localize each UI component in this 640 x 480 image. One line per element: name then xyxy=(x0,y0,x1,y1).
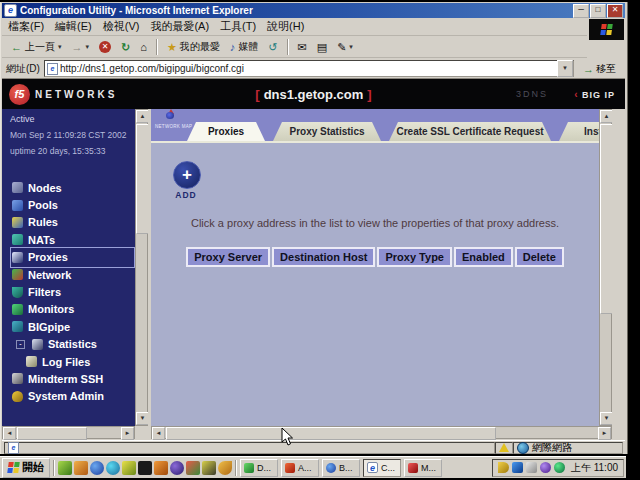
back-label: 上一頁 xyxy=(25,40,55,54)
pools-icon xyxy=(12,200,23,211)
minimize-button[interactable]: ─ xyxy=(573,4,589,18)
refresh-icon: ↻ xyxy=(121,41,130,53)
favorites-button[interactable]: ★ 我的最愛 xyxy=(164,39,223,55)
sidebar-item-statistics[interactable]: -Statistics xyxy=(12,336,133,353)
quicklaunch-icon[interactable] xyxy=(74,461,88,475)
forward-button[interactable]: → ▾ xyxy=(69,40,93,54)
back-button[interactable]: ← 上一頁 ▾ xyxy=(8,39,65,55)
tab-proxies[interactable]: Proxies xyxy=(187,122,265,141)
go-button[interactable]: → 移至 xyxy=(578,61,621,77)
mail-icon: ✉ xyxy=(298,41,307,53)
windows-flag-icon xyxy=(7,462,20,473)
quicklaunch-icon[interactable] xyxy=(154,461,168,475)
scroll-left-icon[interactable]: ◄ xyxy=(152,427,165,440)
menu-view[interactable]: 檢視(V) xyxy=(103,19,140,34)
tray-app-icon[interactable] xyxy=(554,462,565,473)
taskbar-window-button[interactable]: M... xyxy=(404,459,442,477)
menu-file[interactable]: 檔案(F) xyxy=(8,19,44,34)
edit-caret-icon[interactable]: ▾ xyxy=(349,43,353,51)
statistics-icon xyxy=(32,339,43,350)
favorites-icon: ★ xyxy=(167,41,177,53)
quick-launch xyxy=(58,461,232,475)
forward-caret-icon[interactable]: ▾ xyxy=(86,43,90,51)
history-button[interactable]: ↺ xyxy=(265,40,280,54)
start-button[interactable]: 開始 xyxy=(2,458,50,478)
tab-install-ssl-certificate[interactable]: Install SSL Certif xyxy=(559,122,599,141)
mail-button[interactable]: ✉ xyxy=(295,40,310,54)
home-button[interactable]: ⌂ xyxy=(137,40,150,54)
input-method-icon[interactable] xyxy=(512,462,523,473)
edit-button[interactable]: ✎ ▾ xyxy=(334,40,356,54)
taskbar-window-button[interactable]: A... xyxy=(281,459,319,477)
sidebar-item-nats[interactable]: NATs xyxy=(12,231,133,248)
main-horizontal-scrollbar[interactable]: ◄ ► xyxy=(151,426,612,439)
back-caret-icon[interactable]: ▾ xyxy=(58,43,62,51)
scroll-right-icon[interactable]: ► xyxy=(121,427,134,440)
quicklaunch-icon[interactable] xyxy=(202,461,216,475)
print-button[interactable]: ▤ xyxy=(314,40,330,54)
column-proxy-server[interactable]: Proxy Server xyxy=(186,247,270,267)
sidebar-item-network[interactable]: Network xyxy=(12,266,133,283)
tray-app-icon[interactable] xyxy=(540,462,551,473)
sidebar-item-bigpipe[interactable]: BIGpipe xyxy=(12,318,133,335)
stop-button[interactable]: ✕ xyxy=(96,40,114,54)
media-button[interactable]: ♪ 媒體 xyxy=(227,39,262,55)
sidebar-item-nodes[interactable]: Nodes xyxy=(12,179,133,196)
quicklaunch-icon[interactable] xyxy=(186,461,200,475)
refresh-button[interactable]: ↻ xyxy=(118,40,133,54)
tab-create-ssl-certificate-request[interactable]: Create SSL Certificate Request xyxy=(389,122,551,141)
collapse-icon[interactable]: - xyxy=(16,340,25,349)
sidebar-vertical-scrollbar[interactable]: ▲ ▼ xyxy=(135,109,148,426)
scroll-left-icon[interactable]: ◄ xyxy=(3,427,16,440)
sidebar-item-rules[interactable]: Rules xyxy=(12,214,133,231)
sidebar-item-system-admin[interactable]: System Admin xyxy=(12,388,133,405)
quicklaunch-icon[interactable] xyxy=(170,461,184,475)
scroll-right-icon[interactable]: ► xyxy=(598,427,611,440)
app-icon xyxy=(244,463,254,473)
taskbar-window-button[interactable]: D... xyxy=(240,459,278,477)
column-proxy-type[interactable]: Proxy Type xyxy=(377,247,452,267)
maximize-button[interactable]: □ xyxy=(590,4,606,18)
sidebar-item-proxies[interactable]: Proxies xyxy=(12,249,133,266)
network-map-button[interactable]: NETWORK MAP xyxy=(155,111,185,139)
menu-edit[interactable]: 編輯(E) xyxy=(55,19,92,34)
address-bar: 網址(D) e ▼ → 移至 xyxy=(2,59,625,79)
quicklaunch-icon[interactable] xyxy=(218,461,232,475)
column-enabled[interactable]: Enabled xyxy=(454,247,513,267)
scroll-thumb[interactable] xyxy=(17,427,87,440)
sidebar-item-mindterm-ssh[interactable]: Mindterm SSH xyxy=(12,370,133,387)
quicklaunch-icon[interactable] xyxy=(106,461,120,475)
address-field[interactable]: e ▼ xyxy=(44,60,574,77)
ie-throbber xyxy=(589,19,624,40)
app-icon xyxy=(408,463,418,473)
sidebar-item-pools[interactable]: Pools xyxy=(12,196,133,213)
sidebar-item-monitors[interactable]: Monitors xyxy=(12,301,133,318)
add-button[interactable]: + xyxy=(173,161,201,189)
taskbar-window-button[interactable]: B... xyxy=(322,459,360,477)
quicklaunch-icon[interactable] xyxy=(58,461,72,475)
address-input[interactable] xyxy=(58,62,557,75)
tab-proxy-statistics[interactable]: Proxy Statistics xyxy=(273,122,381,141)
sidebar-horizontal-scrollbar[interactable]: ◄ ► xyxy=(2,426,135,439)
quicklaunch-icon[interactable] xyxy=(138,461,152,475)
menu-help[interactable]: 說明(H) xyxy=(267,19,304,34)
sidebar-item-filters[interactable]: Filters xyxy=(12,283,133,300)
menu-tools[interactable]: 工具(T) xyxy=(220,19,256,34)
column-destination-host[interactable]: Destination Host xyxy=(272,247,375,267)
display-icon[interactable] xyxy=(526,462,537,473)
menu-favorites[interactable]: 我的最愛(A) xyxy=(150,19,209,34)
quicklaunch-icon[interactable] xyxy=(90,461,104,475)
taskbar-window-button-active[interactable]: eC... xyxy=(363,459,401,477)
main-vertical-scrollbar[interactable]: ▲ ▼ xyxy=(599,109,612,426)
column-delete[interactable]: Delete xyxy=(515,247,564,267)
header-right: 3DNS ‹ BIG IP xyxy=(516,89,615,100)
proxy-table-header-row: Proxy Server Destination Host Proxy Type… xyxy=(151,247,599,267)
quicklaunch-icon[interactable] xyxy=(122,461,136,475)
volume-icon[interactable] xyxy=(498,462,509,473)
nodes-icon xyxy=(12,182,23,193)
address-dropdown-icon[interactable]: ▼ xyxy=(557,60,573,77)
forward-icon: → xyxy=(72,41,83,53)
close-button[interactable]: ✕ xyxy=(607,4,623,18)
scroll-thumb[interactable] xyxy=(166,427,496,440)
sidebar-item-log-files[interactable]: Log Files xyxy=(12,353,133,370)
